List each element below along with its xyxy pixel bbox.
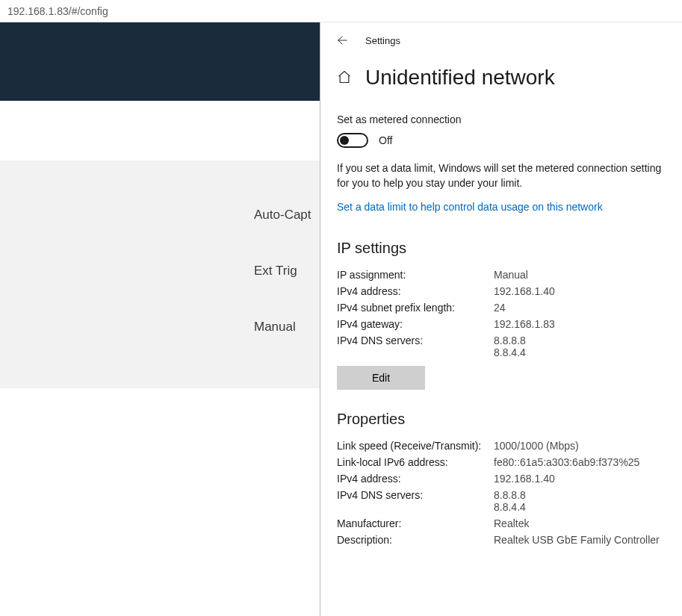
- prop-row-value: fe80::61a5:a303:6ab9:f373%25: [494, 456, 639, 468]
- ip-row-value: 192.168.1.83: [494, 318, 555, 330]
- prop-row-label: IPv4 address:: [337, 473, 494, 485]
- browser-url: 192.168.1.83/#/config: [7, 5, 108, 17]
- ip-row: IPv4 gateway: 192.168.1.83: [337, 318, 666, 330]
- ip-row-value: 24: [494, 302, 506, 314]
- ip-row: IPv4 address: 192.168.1.40: [337, 285, 666, 297]
- ip-row-value: Manual: [494, 269, 528, 281]
- page-title: Unidentified network: [365, 66, 555, 90]
- prop-row-value: 192.168.1.40: [494, 473, 555, 485]
- ip-row-label: IPv4 gateway:: [337, 318, 494, 330]
- prop-row-value: Realtek: [494, 517, 529, 529]
- prop-row-label: Link-local IPv6 address:: [337, 456, 494, 468]
- prop-row: IPv4 address: 192.168.1.40: [337, 473, 666, 485]
- browser-address-bar[interactable]: 192.168.1.83/#/config: [0, 0, 682, 22]
- home-outline-icon[interactable]: [337, 69, 352, 87]
- prop-row-label: IPv4 DNS servers:: [337, 489, 494, 501]
- prop-row-value: 1000/1000 (Mbps): [494, 440, 579, 452]
- prop-row: Link-local IPv6 address: fe80::61a5:a303…: [337, 456, 666, 468]
- ip-settings-heading: IP settings: [337, 240, 666, 257]
- prop-row-value: 8.8.8.8 8.8.4.4: [494, 489, 526, 513]
- data-limit-link[interactable]: Set a data limit to help control data us…: [337, 201, 603, 213]
- prop-row: Link speed (Receive/Transmit): 1000/1000…: [337, 440, 666, 452]
- ip-row-label: IPv4 subnet prefix length:: [337, 302, 494, 314]
- ip-row-label: IPv4 address:: [337, 285, 494, 297]
- ip-row-label: IP assignment:: [337, 269, 494, 281]
- prop-row-label: Link speed (Receive/Transmit):: [337, 440, 494, 452]
- settings-topbar: Settings: [320, 22, 682, 58]
- prop-row-label: Description:: [337, 534, 494, 546]
- ip-row: IPv4 subnet prefix length: 24: [337, 302, 666, 314]
- ip-row-label: IPv4 DNS servers:: [337, 335, 494, 346]
- prop-row: IPv4 DNS servers: 8.8.8.8 8.8.4.4: [337, 489, 666, 513]
- edit-button[interactable]: Edit: [337, 366, 425, 390]
- metered-description: If you set a data limit, Windows will se…: [337, 161, 666, 190]
- ip-row-value: 8.8.8.8 8.8.4.4: [494, 335, 526, 358]
- prop-row: Manufacturer: Realtek: [337, 517, 666, 529]
- settings-panel: Settings Unidentified network Set as met…: [320, 22, 682, 616]
- prop-row-label: Manufacturer:: [337, 517, 494, 529]
- prop-row-value: Realtek USB GbE Family Controller: [494, 534, 660, 546]
- ip-row: IP assignment: Manual: [337, 269, 666, 281]
- ip-row: IPv4 DNS servers: 8.8.8.8 8.8.4.4: [337, 335, 666, 358]
- prop-row: Description: Realtek USB GbE Family Cont…: [337, 534, 666, 546]
- settings-title-bar: Unidentified network: [320, 58, 682, 103]
- back-arrow-icon[interactable]: [334, 33, 349, 48]
- properties-heading: Properties: [337, 411, 666, 428]
- settings-breadcrumb: Settings: [365, 35, 400, 46]
- ip-row-value: 192.168.1.40: [494, 285, 555, 297]
- metered-toggle-label: Off: [379, 134, 392, 146]
- metered-toggle[interactable]: [337, 133, 368, 148]
- metered-heading: Set as metered connection: [337, 113, 666, 125]
